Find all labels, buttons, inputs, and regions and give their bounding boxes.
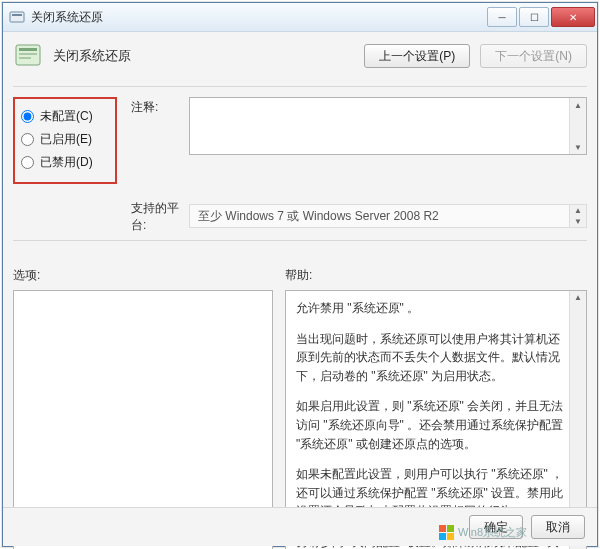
platform-label: 支持的平台:: [131, 198, 189, 234]
app-icon: [9, 9, 25, 25]
radio-disabled-input[interactable]: [21, 156, 34, 169]
comment-textarea[interactable]: ▲ ▼: [189, 97, 587, 155]
config-row: 未配置(C) 已启用(E) 已禁用(D) 注释: ▲ ▼: [13, 97, 587, 184]
svg-rect-5: [19, 57, 31, 59]
platform-text: 至少 Windows 7 或 Windows Server 2008 R2 ▲ …: [189, 204, 587, 228]
scroll-up-icon: ▲: [571, 205, 585, 216]
comment-label: 注释:: [131, 97, 189, 116]
divider: [13, 86, 587, 87]
radio-enabled[interactable]: 已启用(E): [21, 128, 109, 151]
platform-scrollbar: ▲ ▼: [569, 205, 586, 227]
lower-panels: 选项: 帮助: 允许禁用 "系统还原" 。 当出现问题时，系统还原可以使用户将其…: [13, 267, 587, 507]
ok-button[interactable]: 确定: [469, 515, 523, 539]
window-title: 关闭系统还原: [31, 9, 487, 26]
platform-row: 支持的平台: 至少 Windows 7 或 Windows Server 200…: [13, 198, 587, 234]
svg-rect-4: [19, 53, 37, 55]
nav-buttons: 上一个设置(P) 下一个设置(N): [364, 44, 587, 68]
scroll-down-icon[interactable]: ▼: [571, 140, 585, 154]
svg-rect-3: [19, 48, 37, 51]
svg-rect-1: [12, 14, 22, 16]
windows-logo-icon: [439, 525, 454, 540]
radio-enabled-input[interactable]: [21, 133, 34, 146]
radio-disabled-label: 已禁用(D): [40, 154, 93, 171]
page-title: 关闭系统还原: [53, 47, 131, 65]
radio-not-configured-input[interactable]: [21, 110, 34, 123]
help-paragraph: 允许禁用 "系统还原" 。: [296, 299, 564, 318]
maximize-button[interactable]: ☐: [519, 7, 549, 27]
previous-setting-button[interactable]: 上一个设置(P): [364, 44, 470, 68]
scroll-up-icon[interactable]: ▲: [571, 98, 585, 112]
radio-enabled-label: 已启用(E): [40, 131, 92, 148]
footer: 确定 取消 Win8系统之家: [3, 507, 597, 546]
titlebar: 关闭系统还原 ─ ☐ ✕: [3, 3, 597, 32]
scroll-up-icon[interactable]: ▲: [571, 291, 585, 305]
header-row: 关闭系统还原 上一个设置(P) 下一个设置(N): [13, 40, 587, 72]
radio-disabled[interactable]: 已禁用(D): [21, 151, 109, 174]
window-controls: ─ ☐ ✕: [487, 7, 595, 27]
header-left: 关闭系统还原: [13, 40, 354, 72]
divider: [13, 240, 587, 241]
minimize-button[interactable]: ─: [487, 7, 517, 27]
options-label: 选项:: [13, 267, 273, 284]
radio-not-configured-label: 未配置(C): [40, 108, 93, 125]
help-label: 帮助:: [285, 267, 587, 284]
close-button[interactable]: ✕: [551, 7, 595, 27]
policy-icon: [13, 40, 45, 72]
window-frame: 关闭系统还原 ─ ☐ ✕ 关闭系统还原 上一个设置(P: [2, 2, 598, 547]
help-paragraph: 如果启用此设置，则 "系统还原" 会关闭，并且无法访问 "系统还原向导" 。还会…: [296, 397, 564, 453]
platform-value: 至少 Windows 7 或 Windows Server 2008 R2: [198, 208, 439, 225]
svg-rect-0: [10, 12, 24, 22]
client-area: 关闭系统还原 上一个设置(P) 下一个设置(N) 未配置(C) 已启用(E): [3, 32, 597, 507]
radio-group-highlight: 未配置(C) 已启用(E) 已禁用(D): [13, 97, 117, 184]
radio-not-configured[interactable]: 未配置(C): [21, 105, 109, 128]
comment-scrollbar[interactable]: ▲ ▼: [569, 98, 586, 154]
next-setting-button: 下一个设置(N): [480, 44, 587, 68]
cancel-button[interactable]: 取消: [531, 515, 585, 539]
scroll-down-icon: ▼: [571, 216, 585, 227]
help-paragraph: 当出现问题时，系统还原可以使用户将其计算机还原到先前的状态而不丢失个人数据文件。…: [296, 330, 564, 386]
